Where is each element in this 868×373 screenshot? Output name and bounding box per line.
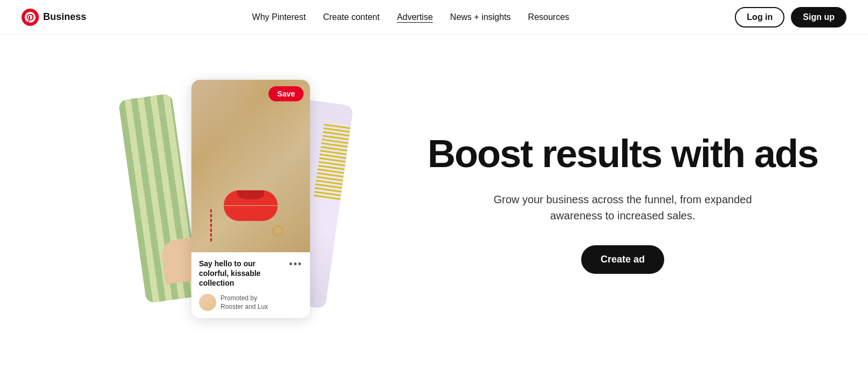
- nav-news-insights[interactable]: News + insights: [450, 12, 511, 22]
- main-nav: Why Pinterest Create content Advertise N…: [252, 12, 569, 22]
- main-content: Save Say hello to our colorful, kissable…: [0, 34, 868, 373]
- nav-create-content[interactable]: Create content: [323, 12, 380, 22]
- hero-section: Boost results with ads Grow your busines…: [356, 134, 868, 274]
- pin-promoted-row: Promoted by Rooster and Lux: [199, 294, 302, 312]
- save-button[interactable]: Save: [268, 86, 304, 101]
- beads-decoration: [210, 209, 212, 241]
- signup-button[interactable]: Sign up: [791, 7, 846, 27]
- promoted-label: Promoted by: [221, 294, 257, 302]
- header-actions: Log in Sign up: [735, 7, 846, 27]
- lip-decoration: [224, 190, 278, 220]
- pin-card-image: Save: [191, 80, 310, 252]
- lip-upper: [224, 190, 278, 205]
- pins-illustration: Save Say hello to our colorful, kissable…: [54, 64, 356, 344]
- pinterest-logo-icon: [22, 9, 39, 26]
- hero-subtext: Grow your business across the funnel, fr…: [483, 191, 763, 224]
- pin-card-main: Save Say hello to our colorful, kissable…: [191, 80, 310, 318]
- header: Business Why Pinterest Create content Ad…: [0, 0, 868, 34]
- image-overlay: [191, 80, 310, 252]
- nav-resources[interactable]: Resources: [528, 12, 569, 22]
- pin-title-row: Say hello to our colorful, kissable coll…: [199, 259, 302, 288]
- pin-card-body: Say hello to our colorful, kissable coll…: [191, 252, 310, 318]
- brand-name: Business: [43, 11, 86, 23]
- svg-point-0: [22, 9, 39, 26]
- promoted-by: Rooster and Lux: [221, 303, 268, 310]
- pin-options-dots[interactable]: •••: [289, 259, 302, 270]
- logo-area: Business: [22, 9, 86, 26]
- pin-card-back-left: [118, 93, 200, 303]
- promoted-text: Promoted by Rooster and Lux: [221, 294, 268, 312]
- nav-advertise[interactable]: Advertise: [397, 12, 433, 22]
- hero-heading: Boost results with ads: [421, 134, 825, 175]
- ring-decoration: [272, 225, 283, 236]
- create-ad-button[interactable]: Create ad: [581, 245, 664, 274]
- pin-title: Say hello to our colorful, kissable coll…: [199, 259, 285, 288]
- login-button[interactable]: Log in: [735, 7, 784, 27]
- nav-why-pinterest[interactable]: Why Pinterest: [252, 12, 306, 22]
- avatar: [199, 294, 216, 311]
- lip-lower: [224, 206, 278, 221]
